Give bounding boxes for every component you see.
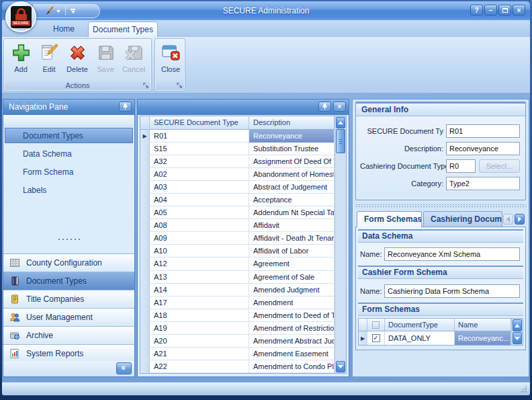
scroll-up-button[interactable]: [336, 117, 345, 128]
table-row[interactable]: A18Amendment to Deed of Trust: [140, 309, 335, 322]
doc-type-cell[interactable]: S15: [150, 143, 249, 155]
description-cell[interactable]: Amendment: [249, 296, 335, 309]
table-row[interactable]: A14Amended Judgment: [140, 284, 335, 296]
category-input[interactable]: Type2: [446, 177, 520, 190]
maximize-button[interactable]: [498, 5, 511, 15]
table-row[interactable]: A20Amendment Abstract Judgm...: [140, 335, 335, 348]
add-button[interactable]: Add: [7, 41, 34, 81]
table-row[interactable]: A02Abandonment of Homestead: [140, 168, 335, 181]
scroll-down-button[interactable]: [336, 361, 345, 372]
table-row[interactable]: A32Assignment Of Deed Of Trust: [140, 155, 335, 168]
description-cell[interactable]: Amendment Abstract Judgm...: [249, 335, 335, 348]
description-cell[interactable]: Amendment to Condo Plan: [249, 360, 335, 373]
description-input[interactable]: Reconveyance: [446, 142, 520, 155]
resize-grip[interactable]: [519, 385, 527, 393]
sidebar-item-labels[interactable]: Labels: [5, 182, 133, 198]
description-cell[interactable]: Reconveyance: [249, 130, 335, 143]
doc-type-cell[interactable]: A09: [150, 232, 249, 245]
sidebar-item-data-schema[interactable]: Data Schema: [5, 146, 133, 161]
table-row[interactable]: A04Acceptance: [140, 194, 335, 206]
description-cell[interactable]: Assignment Of Deed Of Trust: [249, 155, 335, 168]
nav-button-archive[interactable]: Archive: [3, 327, 134, 345]
dialog-launcher-icon[interactable]: [142, 82, 150, 89]
cancel-button[interactable]: Cancel: [120, 41, 147, 81]
delete-button[interactable]: Delete: [64, 41, 91, 81]
doc-type-cell[interactable]: A10: [150, 245, 249, 257]
description-cell[interactable]: Abstract of Judgement: [249, 181, 335, 194]
description-cell[interactable]: Agreement: [249, 257, 335, 270]
table-row[interactable]: ▶ ✓ DATA_ONLY Reconveyanc...: [359, 331, 511, 345]
sidebar-item-document-types[interactable]: Document Types: [5, 128, 133, 143]
splitter-handle[interactable]: [3, 237, 134, 241]
description-cell[interactable]: Amendment of Restrictions: [249, 322, 335, 335]
doc-type-cell[interactable]: A18: [150, 309, 249, 322]
splitter-handle[interactable]: [355, 204, 526, 208]
doc-type-cell[interactable]: A04: [150, 194, 249, 206]
description-cell[interactable]: Agreement of Sale: [249, 271, 335, 284]
doc-type-cell[interactable]: A22: [150, 360, 249, 373]
scrollbar-thumb[interactable]: [336, 129, 345, 153]
tab-home[interactable]: Home: [40, 22, 88, 37]
doc-type-cell[interactable]: A02: [150, 168, 249, 181]
column-header-description[interactable]: Description: [249, 116, 335, 130]
checkbox-cell[interactable]: ✓: [367, 331, 385, 345]
cashiering-doc-type-input[interactable]: R0: [446, 159, 476, 173]
table-row[interactable]: A08Affidavit: [140, 219, 335, 232]
cashier-schema-name-input[interactable]: Cashiering Data Form Schema: [384, 284, 520, 298]
table-row[interactable]: A12Agreement: [140, 257, 335, 270]
name-cell[interactable]: Reconveyanc...: [455, 331, 511, 345]
description-cell[interactable]: Amendment Easement: [249, 348, 335, 360]
doc-type-cell[interactable]: A20: [150, 335, 249, 348]
nav-button-system-reports[interactable]: System Reports: [3, 345, 134, 363]
help-button[interactable]: ?: [470, 5, 483, 15]
scroll-down-button[interactable]: [513, 332, 522, 344]
tab-document-types[interactable]: Document Types: [88, 22, 158, 37]
sidebar-item-form-schema[interactable]: Form Schema: [5, 164, 133, 179]
doc-type-cell[interactable]: A12: [150, 257, 249, 270]
tab-form-schemas[interactable]: Form Schemas: [357, 211, 422, 227]
minimize-button[interactable]: –: [484, 5, 497, 15]
checkbox-column-header[interactable]: [367, 319, 385, 331]
doc-type-cell[interactable]: A13: [150, 271, 249, 284]
table-row[interactable]: A21Amendment Easement: [140, 348, 335, 360]
doc-type-cell[interactable]: A03: [150, 181, 249, 194]
description-cell[interactable]: Affidavit of Labor: [249, 245, 335, 257]
doc-type-cell[interactable]: A21: [150, 348, 249, 360]
tab-cashiering-documents[interactable]: Cashiering Documen: [423, 211, 502, 227]
application-menu-button[interactable]: SECURE: [5, 1, 36, 32]
table-row[interactable]: A22Amendment to Condo Plan: [140, 360, 335, 373]
description-cell[interactable]: Affidavit: [249, 219, 335, 232]
doc-type-cell[interactable]: A08: [150, 219, 249, 232]
doc-type-cell[interactable]: R01: [150, 130, 249, 143]
doc-type-cell[interactable]: A19: [150, 322, 249, 335]
doc-type-cell[interactable]: A14: [150, 284, 249, 296]
description-cell[interactable]: Acceptance: [249, 194, 335, 206]
doc-type-cell[interactable]: A17: [150, 296, 249, 309]
vertical-scrollbar[interactable]: [511, 319, 523, 345]
documenttype-cell[interactable]: DATA_ONLY: [385, 331, 455, 345]
vertical-scrollbar[interactable]: [335, 116, 346, 373]
doc-type-cell[interactable]: A05: [150, 206, 249, 219]
select-button[interactable]: Select...: [479, 159, 520, 173]
description-cell[interactable]: Substitution Trustee: [249, 143, 335, 155]
table-row[interactable]: A19Amendment of Restrictions: [140, 322, 335, 335]
table-row[interactable]: ▶R01Reconveyance: [140, 130, 335, 143]
table-row[interactable]: A09Affidavit - Death Jt Tenant: [140, 232, 335, 245]
description-cell[interactable]: Abandonment of Homestead: [249, 168, 335, 181]
close-button[interactable]: ×: [513, 5, 525, 15]
doc-type-input[interactable]: R01: [446, 124, 520, 138]
table-row[interactable]: A17Amendment: [140, 296, 335, 309]
nav-button-county-configuration[interactable]: County Configuration: [3, 254, 134, 272]
table-row[interactable]: A10Affidavit of Labor: [140, 245, 335, 257]
table-row[interactable]: A05Addendum Nt Special Tax Lien: [140, 206, 335, 219]
nav-button-user-management[interactable]: User Management: [3, 309, 134, 327]
dialog-launcher-icon[interactable]: [176, 82, 183, 89]
close-view-button[interactable]: Close: [157, 41, 184, 81]
description-cell[interactable]: Affidavit - Death Jt Tenant: [249, 232, 335, 245]
collapse-buttons-chevron[interactable]: »: [116, 362, 132, 374]
data-schema-name-input[interactable]: Reconveyance Xml Schema: [384, 247, 520, 261]
nav-button-title-companies[interactable]: Title Companies: [3, 290, 134, 309]
pin-button[interactable]: [119, 102, 132, 112]
pin-button[interactable]: [318, 102, 331, 112]
column-header-doc-type[interactable]: SECURE Document Type: [150, 116, 249, 130]
